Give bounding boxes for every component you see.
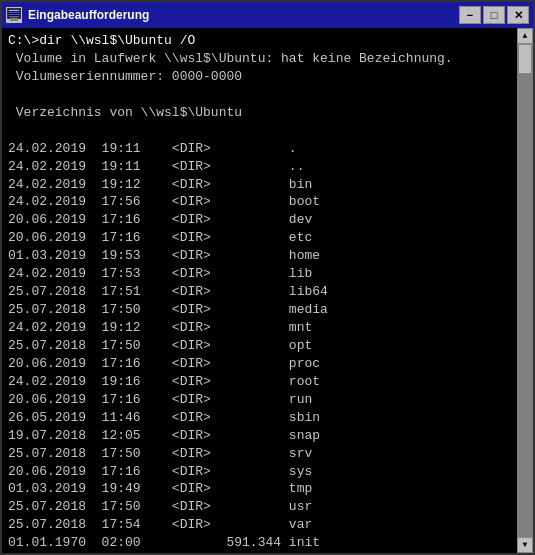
scroll-down-arrow[interactable]: ▼ <box>517 537 533 553</box>
scroll-up-arrow[interactable]: ▲ <box>517 28 533 44</box>
title-bar-left: Eingabeaufforderung <box>6 7 149 23</box>
scroll-thumb[interactable] <box>518 44 532 74</box>
scroll-track[interactable] <box>517 44 533 537</box>
title-buttons: − □ ✕ <box>459 6 529 24</box>
console-output: C:\>dir \\wsl$\Ubuntu /O Volume in Laufw… <box>8 32 527 553</box>
window-title: Eingabeaufforderung <box>28 8 149 22</box>
svg-rect-2 <box>9 13 19 15</box>
scrollbar[interactable]: ▲ ▼ <box>517 28 533 553</box>
window: Eingabeaufforderung − □ ✕ C:\>dir \\wsl$… <box>0 0 535 555</box>
maximize-button[interactable]: □ <box>483 6 505 24</box>
svg-rect-1 <box>9 11 19 13</box>
svg-rect-3 <box>9 15 19 17</box>
svg-rect-4 <box>10 18 18 21</box>
title-bar: Eingabeaufforderung − □ ✕ <box>2 2 533 28</box>
console-area: C:\>dir \\wsl$\Ubuntu /O Volume in Laufw… <box>2 28 533 553</box>
minimize-button[interactable]: − <box>459 6 481 24</box>
window-icon <box>6 7 22 23</box>
close-button[interactable]: ✕ <box>507 6 529 24</box>
